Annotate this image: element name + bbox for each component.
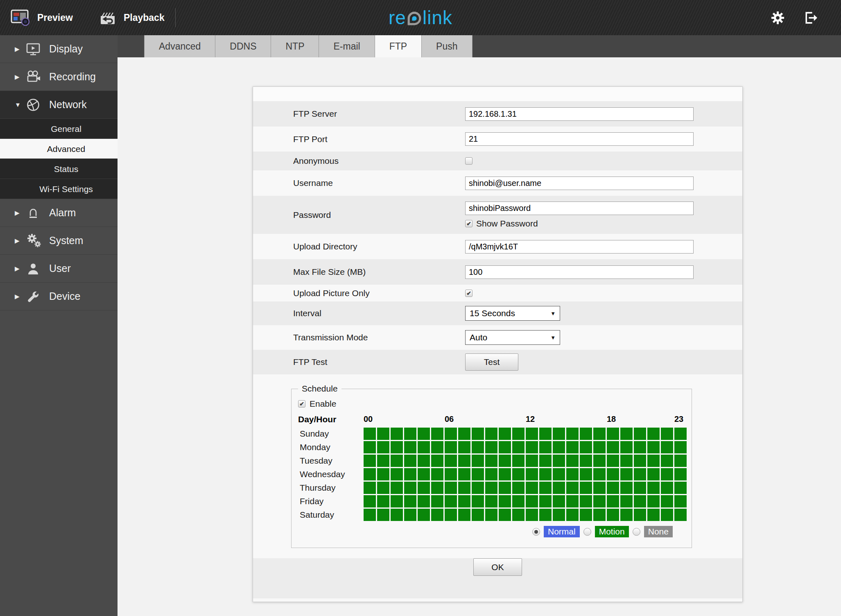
schedule-cell[interactable]	[620, 468, 633, 480]
show-password-checkbox[interactable]: ✔	[465, 220, 472, 227]
schedule-cell[interactable]	[364, 468, 376, 480]
schedule-cell[interactable]	[634, 428, 646, 440]
schedule-cell[interactable]	[593, 455, 606, 467]
schedule-cell[interactable]	[445, 455, 457, 467]
schedule-cell[interactable]	[526, 428, 538, 440]
ok-button[interactable]: OK	[473, 558, 522, 576]
sidebar-item-alarm[interactable]: ▶Alarm	[0, 199, 118, 227]
schedule-cell[interactable]	[404, 468, 416, 480]
tab-push[interactable]: Push	[422, 35, 472, 57]
schedule-cell[interactable]	[620, 428, 633, 440]
schedule-cell[interactable]	[661, 482, 673, 494]
schedule-cell[interactable]	[512, 482, 524, 494]
schedule-cell[interactable]	[431, 495, 443, 507]
schedule-cell[interactable]	[391, 428, 403, 440]
schedule-cell[interactable]	[418, 455, 430, 467]
schedule-cell[interactable]	[620, 482, 633, 494]
schedule-cell[interactable]	[674, 441, 687, 453]
schedule-cell[interactable]	[566, 455, 579, 467]
schedule-cell[interactable]	[458, 428, 470, 440]
sidebar-item-network[interactable]: ▼Network	[0, 91, 118, 119]
schedule-cell[interactable]	[391, 509, 403, 521]
schedule-cell[interactable]	[620, 495, 633, 507]
schedule-cell[interactable]	[661, 509, 673, 521]
schedule-cell[interactable]	[377, 441, 389, 453]
schedule-cell[interactable]	[647, 455, 660, 467]
schedule-cell[interactable]	[499, 509, 511, 521]
schedule-cell[interactable]	[526, 482, 538, 494]
gear-icon[interactable]	[771, 11, 785, 25]
schedule-cell[interactable]	[431, 509, 443, 521]
interval-select[interactable]: 15 Seconds▼	[465, 306, 560, 321]
schedule-cell[interactable]	[674, 495, 687, 507]
schedule-cell[interactable]	[458, 482, 470, 494]
schedule-cell[interactable]	[472, 495, 484, 507]
schedule-cell[interactable]	[539, 509, 552, 521]
schedule-cell[interactable]	[445, 441, 457, 453]
schedule-cell[interactable]	[472, 482, 484, 494]
schedule-mode-none-label[interactable]: None	[644, 526, 673, 537]
schedule-cell[interactable]	[526, 455, 538, 467]
schedule-cell[interactable]	[553, 455, 565, 467]
schedule-cell[interactable]	[458, 468, 470, 480]
schedule-cell[interactable]	[526, 509, 538, 521]
schedule-cell[interactable]	[539, 428, 552, 440]
schedule-cell[interactable]	[485, 441, 497, 453]
schedule-cell[interactable]	[539, 468, 552, 480]
schedule-cell[interactable]	[418, 482, 430, 494]
schedule-cell[interactable]	[364, 455, 376, 467]
schedule-cell[interactable]	[404, 428, 416, 440]
schedule-cell[interactable]	[431, 441, 443, 453]
schedule-cell[interactable]	[580, 428, 592, 440]
schedule-cell[interactable]	[553, 468, 565, 480]
schedule-cell[interactable]	[512, 509, 524, 521]
schedule-cell[interactable]	[607, 428, 619, 440]
schedule-cell[interactable]	[526, 441, 538, 453]
schedule-cell[interactable]	[553, 495, 565, 507]
schedule-cell[interactable]	[485, 482, 497, 494]
schedule-cell[interactable]	[634, 468, 646, 480]
schedule-cell[interactable]	[445, 468, 457, 480]
schedule-cell[interactable]	[485, 495, 497, 507]
schedule-cell[interactable]	[458, 509, 470, 521]
schedule-cell[interactable]	[647, 441, 660, 453]
schedule-cell[interactable]	[445, 482, 457, 494]
preview-button[interactable]: Preview	[10, 9, 73, 26]
schedule-cell[interactable]	[526, 468, 538, 480]
schedule-cell[interactable]	[674, 468, 687, 480]
schedule-cell[interactable]	[364, 441, 376, 453]
schedule-cell[interactable]	[674, 509, 687, 521]
schedule-cell[interactable]	[458, 495, 470, 507]
playback-button[interactable]: Playback	[98, 9, 165, 26]
schedule-cell[interactable]	[404, 495, 416, 507]
schedule-cell[interactable]	[661, 468, 673, 480]
ftp-port-input[interactable]	[465, 132, 694, 146]
show-password-row[interactable]: ✔Show Password	[465, 219, 694, 229]
schedule-cell[interactable]	[418, 441, 430, 453]
schedule-cell[interactable]	[472, 509, 484, 521]
schedule-cell[interactable]	[647, 428, 660, 440]
sidebar-item-display[interactable]: ▶Display	[0, 35, 118, 63]
schedule-cell[interactable]	[404, 455, 416, 467]
schedule-cell[interactable]	[634, 482, 646, 494]
schedule-cell[interactable]	[553, 428, 565, 440]
schedule-cell[interactable]	[674, 428, 687, 440]
tab-advanced[interactable]: Advanced	[144, 35, 215, 57]
schedule-cell[interactable]	[458, 455, 470, 467]
schedule-cell[interactable]	[391, 468, 403, 480]
schedule-cell[interactable]	[364, 495, 376, 507]
schedule-cell[interactable]	[364, 482, 376, 494]
schedule-cell[interactable]	[377, 495, 389, 507]
schedule-cell[interactable]	[553, 482, 565, 494]
tab-ntp[interactable]: NTP	[271, 35, 319, 57]
schedule-cell[interactable]	[485, 428, 497, 440]
schedule-cell[interactable]	[580, 495, 592, 507]
enable-checkbox[interactable]: ✔	[298, 400, 305, 408]
schedule-cell[interactable]	[377, 468, 389, 480]
schedule-mode-motion-radio[interactable]	[583, 528, 591, 536]
schedule-cell[interactable]	[499, 482, 511, 494]
schedule-cell[interactable]	[661, 455, 673, 467]
schedule-cell[interactable]	[391, 482, 403, 494]
schedule-cell[interactable]	[607, 455, 619, 467]
schedule-cell[interactable]	[472, 428, 484, 440]
